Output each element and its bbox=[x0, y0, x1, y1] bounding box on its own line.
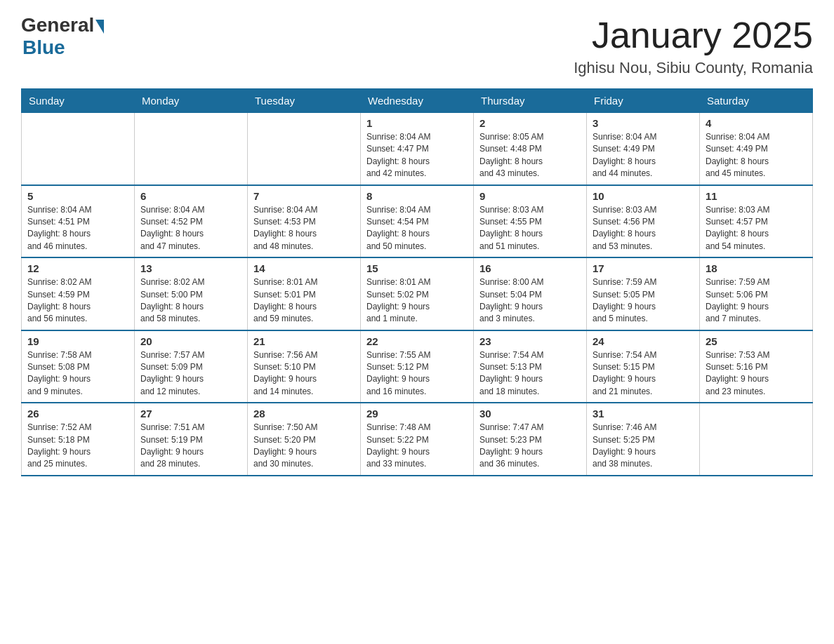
calendar-cell bbox=[135, 113, 248, 185]
col-header-saturday: Saturday bbox=[700, 89, 813, 113]
day-number: 30 bbox=[479, 408, 581, 420]
calendar-cell: 16Sunrise: 8:00 AM Sunset: 5:04 PM Dayli… bbox=[474, 257, 587, 330]
day-number: 2 bbox=[479, 117, 581, 129]
calendar-cell: 13Sunrise: 8:02 AM Sunset: 5:00 PM Dayli… bbox=[135, 257, 248, 330]
calendar-cell: 9Sunrise: 8:03 AM Sunset: 4:55 PM Daylig… bbox=[474, 185, 587, 258]
day-info: Sunrise: 8:04 AM Sunset: 4:47 PM Dayligh… bbox=[366, 131, 468, 180]
day-info: Sunrise: 8:03 AM Sunset: 4:55 PM Dayligh… bbox=[479, 204, 581, 253]
day-number: 14 bbox=[253, 262, 355, 274]
calendar-week-row: 5Sunrise: 8:04 AM Sunset: 4:51 PM Daylig… bbox=[22, 185, 813, 258]
day-number: 25 bbox=[706, 335, 807, 347]
day-info: Sunrise: 8:04 AM Sunset: 4:51 PM Dayligh… bbox=[27, 204, 128, 253]
calendar-cell bbox=[700, 403, 813, 476]
day-info: Sunrise: 8:04 AM Sunset: 4:49 PM Dayligh… bbox=[706, 131, 807, 180]
day-number: 3 bbox=[593, 117, 694, 129]
calendar-cell: 4Sunrise: 8:04 AM Sunset: 4:49 PM Daylig… bbox=[700, 113, 813, 185]
col-header-monday: Monday bbox=[135, 89, 248, 113]
day-number: 12 bbox=[27, 262, 128, 274]
day-number: 23 bbox=[479, 335, 581, 347]
calendar-cell: 10Sunrise: 8:03 AM Sunset: 4:56 PM Dayli… bbox=[587, 185, 700, 258]
col-header-thursday: Thursday bbox=[474, 89, 587, 113]
calendar-cell: 17Sunrise: 7:59 AM Sunset: 5:05 PM Dayli… bbox=[587, 257, 700, 330]
day-number: 19 bbox=[27, 335, 128, 347]
day-info: Sunrise: 8:01 AM Sunset: 5:01 PM Dayligh… bbox=[253, 276, 355, 326]
calendar-cell: 23Sunrise: 7:54 AM Sunset: 5:13 PM Dayli… bbox=[474, 330, 587, 403]
day-info: Sunrise: 7:58 AM Sunset: 5:08 PM Dayligh… bbox=[27, 349, 128, 398]
location-title: Ighisu Nou, Sibiu County, Romania bbox=[574, 59, 813, 77]
day-info: Sunrise: 7:59 AM Sunset: 5:05 PM Dayligh… bbox=[593, 276, 694, 326]
calendar-cell: 25Sunrise: 7:53 AM Sunset: 5:16 PM Dayli… bbox=[700, 330, 813, 403]
day-number: 5 bbox=[27, 190, 128, 202]
day-number: 18 bbox=[706, 262, 807, 274]
col-header-wednesday: Wednesday bbox=[361, 89, 474, 113]
day-number: 10 bbox=[593, 190, 694, 202]
logo-blue-text: Blue bbox=[22, 36, 65, 59]
col-header-sunday: Sunday bbox=[22, 89, 135, 113]
calendar-cell: 29Sunrise: 7:48 AM Sunset: 5:22 PM Dayli… bbox=[361, 403, 474, 476]
day-info: Sunrise: 7:55 AM Sunset: 5:12 PM Dayligh… bbox=[366, 349, 468, 398]
day-info: Sunrise: 8:05 AM Sunset: 4:48 PM Dayligh… bbox=[479, 131, 581, 180]
day-info: Sunrise: 7:51 AM Sunset: 5:19 PM Dayligh… bbox=[140, 422, 241, 471]
calendar-cell: 15Sunrise: 8:01 AM Sunset: 5:02 PM Dayli… bbox=[361, 257, 474, 330]
day-info: Sunrise: 8:03 AM Sunset: 4:57 PM Dayligh… bbox=[706, 204, 807, 253]
day-info: Sunrise: 7:54 AM Sunset: 5:13 PM Dayligh… bbox=[479, 349, 581, 398]
col-header-tuesday: Tuesday bbox=[248, 89, 361, 113]
calendar-cell: 27Sunrise: 7:51 AM Sunset: 5:19 PM Dayli… bbox=[135, 403, 248, 476]
day-number: 28 bbox=[253, 408, 355, 420]
page-header: General Blue January 2025 Ighisu Nou, Si… bbox=[21, 14, 813, 77]
calendar-cell: 2Sunrise: 8:05 AM Sunset: 4:48 PM Daylig… bbox=[474, 113, 587, 185]
day-info: Sunrise: 7:52 AM Sunset: 5:18 PM Dayligh… bbox=[27, 422, 128, 471]
calendar-cell: 21Sunrise: 7:56 AM Sunset: 5:10 PM Dayli… bbox=[248, 330, 361, 403]
day-number: 27 bbox=[140, 408, 241, 420]
calendar-cell: 1Sunrise: 8:04 AM Sunset: 4:47 PM Daylig… bbox=[361, 113, 474, 185]
calendar-cell: 3Sunrise: 8:04 AM Sunset: 4:49 PM Daylig… bbox=[587, 113, 700, 185]
day-info: Sunrise: 7:59 AM Sunset: 5:06 PM Dayligh… bbox=[706, 276, 807, 326]
logo: General Blue bbox=[21, 14, 104, 59]
day-number: 31 bbox=[593, 408, 694, 420]
month-title: January 2025 bbox=[574, 14, 813, 56]
calendar-cell: 7Sunrise: 8:04 AM Sunset: 4:53 PM Daylig… bbox=[248, 185, 361, 258]
day-number: 15 bbox=[366, 262, 468, 274]
day-number: 1 bbox=[366, 117, 468, 129]
calendar-cell: 6Sunrise: 8:04 AM Sunset: 4:52 PM Daylig… bbox=[135, 185, 248, 258]
day-info: Sunrise: 7:48 AM Sunset: 5:22 PM Dayligh… bbox=[366, 422, 468, 471]
calendar-cell: 8Sunrise: 8:04 AM Sunset: 4:54 PM Daylig… bbox=[361, 185, 474, 258]
calendar-cell: 30Sunrise: 7:47 AM Sunset: 5:23 PM Dayli… bbox=[474, 403, 587, 476]
calendar-cell: 18Sunrise: 7:59 AM Sunset: 5:06 PM Dayli… bbox=[700, 257, 813, 330]
day-info: Sunrise: 8:02 AM Sunset: 4:59 PM Dayligh… bbox=[27, 276, 128, 326]
day-number: 9 bbox=[479, 190, 581, 202]
calendar-cell: 5Sunrise: 8:04 AM Sunset: 4:51 PM Daylig… bbox=[22, 185, 135, 258]
day-info: Sunrise: 7:56 AM Sunset: 5:10 PM Dayligh… bbox=[253, 349, 355, 398]
calendar-week-row: 12Sunrise: 8:02 AM Sunset: 4:59 PM Dayli… bbox=[22, 257, 813, 330]
day-info: Sunrise: 8:04 AM Sunset: 4:54 PM Dayligh… bbox=[366, 204, 468, 253]
calendar-cell: 31Sunrise: 7:46 AM Sunset: 5:25 PM Dayli… bbox=[587, 403, 700, 476]
day-info: Sunrise: 7:46 AM Sunset: 5:25 PM Dayligh… bbox=[593, 422, 694, 471]
day-info: Sunrise: 7:54 AM Sunset: 5:15 PM Dayligh… bbox=[593, 349, 694, 398]
day-number: 6 bbox=[140, 190, 241, 202]
day-number: 24 bbox=[593, 335, 694, 347]
day-info: Sunrise: 8:04 AM Sunset: 4:53 PM Dayligh… bbox=[253, 204, 355, 253]
calendar-week-row: 1Sunrise: 8:04 AM Sunset: 4:47 PM Daylig… bbox=[22, 113, 813, 185]
calendar-week-row: 26Sunrise: 7:52 AM Sunset: 5:18 PM Dayli… bbox=[22, 403, 813, 476]
day-info: Sunrise: 8:03 AM Sunset: 4:56 PM Dayligh… bbox=[593, 204, 694, 253]
day-number: 17 bbox=[593, 262, 694, 274]
day-info: Sunrise: 8:04 AM Sunset: 4:49 PM Dayligh… bbox=[593, 131, 694, 180]
calendar-cell: 19Sunrise: 7:58 AM Sunset: 5:08 PM Dayli… bbox=[22, 330, 135, 403]
calendar-cell bbox=[248, 113, 361, 185]
day-number: 26 bbox=[27, 408, 128, 420]
calendar-cell bbox=[22, 113, 135, 185]
day-info: Sunrise: 8:02 AM Sunset: 5:00 PM Dayligh… bbox=[140, 276, 241, 326]
day-number: 29 bbox=[366, 408, 468, 420]
day-number: 13 bbox=[140, 262, 241, 274]
day-number: 11 bbox=[706, 190, 807, 202]
calendar-cell: 22Sunrise: 7:55 AM Sunset: 5:12 PM Dayli… bbox=[361, 330, 474, 403]
calendar-cell: 24Sunrise: 7:54 AM Sunset: 5:15 PM Dayli… bbox=[587, 330, 700, 403]
calendar-cell: 11Sunrise: 8:03 AM Sunset: 4:57 PM Dayli… bbox=[700, 185, 813, 258]
day-number: 20 bbox=[140, 335, 241, 347]
calendar-cell: 14Sunrise: 8:01 AM Sunset: 5:01 PM Dayli… bbox=[248, 257, 361, 330]
calendar-week-row: 19Sunrise: 7:58 AM Sunset: 5:08 PM Dayli… bbox=[22, 330, 813, 403]
day-number: 16 bbox=[479, 262, 581, 274]
day-info: Sunrise: 8:04 AM Sunset: 4:52 PM Dayligh… bbox=[140, 204, 241, 253]
day-number: 4 bbox=[706, 117, 807, 129]
calendar-cell: 20Sunrise: 7:57 AM Sunset: 5:09 PM Dayli… bbox=[135, 330, 248, 403]
